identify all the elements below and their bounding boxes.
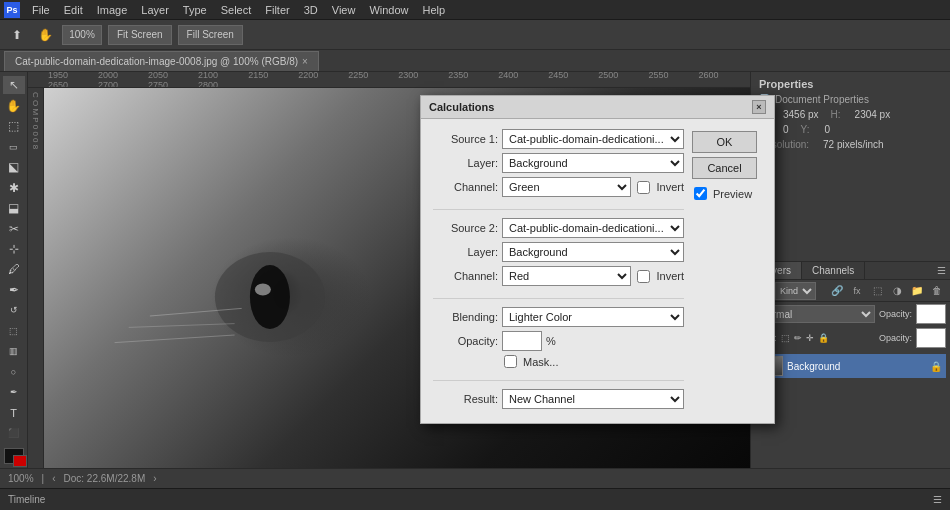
h-label: H:: [831, 109, 851, 120]
blending-label: Blending:: [433, 311, 498, 323]
layer1-label: Layer:: [433, 157, 498, 169]
layer-lock-icon: 🔒: [930, 361, 942, 372]
source2-select[interactable]: Cat-public-domain-dedicationi...: [502, 218, 684, 238]
timeline-collapse-icon[interactable]: ☰: [933, 494, 942, 505]
dodge-tool[interactable]: ○: [3, 363, 25, 381]
invert1-checkbox[interactable]: [637, 181, 650, 194]
zoom-level: 100%: [8, 473, 34, 484]
res-value: 72 pixels/inch: [823, 139, 884, 150]
clone-tool[interactable]: ✒: [3, 281, 25, 299]
zoom-input[interactable]: 100%: [62, 25, 102, 45]
opacity-dialog-input[interactable]: 100: [502, 331, 542, 351]
next-arrow[interactable]: ›: [153, 473, 156, 484]
source2-section: Source 2: Cat-public-domain-dedicationi.…: [433, 218, 684, 299]
shape-tool[interactable]: ⬛: [3, 424, 25, 442]
percent-label: %: [546, 335, 556, 347]
lock-all-icon[interactable]: 🔒: [818, 333, 829, 343]
eyedropper-tool[interactable]: ✂: [3, 219, 25, 237]
channel2-select[interactable]: Red Green Blue: [502, 266, 631, 286]
mask-checkbox[interactable]: [504, 355, 517, 368]
move-tool-icon[interactable]: ⬆: [6, 24, 28, 46]
healing-tool[interactable]: ⊹: [3, 240, 25, 258]
ok-button[interactable]: OK: [692, 131, 757, 153]
lasso-tool[interactable]: ⬕: [3, 158, 25, 176]
adjustment-icon[interactable]: ◑: [888, 283, 906, 299]
layer2-select[interactable]: Background: [502, 242, 684, 262]
menu-window[interactable]: Window: [363, 3, 414, 17]
cancel-button[interactable]: Cancel: [692, 157, 757, 179]
width-row: W: 3456 px H: 2304 px: [755, 107, 946, 122]
layer1-select[interactable]: Background: [502, 153, 684, 173]
ruler-horizontal: 1950200020502100215022002250230023502400…: [28, 72, 750, 88]
xy-row: X: 0 Y: 0: [755, 122, 946, 137]
background-layer-row[interactable]: Background 🔒: [755, 354, 946, 378]
status-separator: |: [42, 473, 45, 484]
blending-select[interactable]: Lighter Color Multiply Screen: [502, 307, 684, 327]
channels-tab[interactable]: Channels: [802, 262, 865, 279]
link-layers-icon[interactable]: 🔗: [828, 283, 846, 299]
hand-tool-icon[interactable]: ✋: [34, 24, 56, 46]
dialog-close-button[interactable]: ×: [752, 100, 766, 114]
invert2-checkbox[interactable]: [637, 270, 650, 283]
pen-tool[interactable]: ✒: [3, 383, 25, 401]
crop-tool[interactable]: ⬓: [3, 199, 25, 217]
menu-3d[interactable]: 3D: [298, 3, 324, 17]
group-icon[interactable]: 📁: [908, 283, 926, 299]
result-select[interactable]: New Channel New Document Selection: [502, 389, 684, 409]
menu-filter[interactable]: Filter: [259, 3, 295, 17]
menu-view[interactable]: View: [326, 3, 362, 17]
opacity-row: Opacity: 100 %: [433, 331, 684, 351]
opacity-input[interactable]: 100: [916, 304, 946, 324]
layer-kind-select[interactable]: Kind: [775, 282, 816, 300]
foreground-color[interactable]: [4, 448, 24, 463]
channel1-row: Channel: Green Red Blue Invert: [433, 177, 684, 197]
zoom-tool[interactable]: ⬚: [3, 117, 25, 135]
type-tool[interactable]: T: [3, 404, 25, 422]
hand-tool[interactable]: ✋: [3, 96, 25, 114]
gradient-tool[interactable]: ▥: [3, 342, 25, 360]
background-color[interactable]: [13, 455, 27, 467]
document-tab[interactable]: Cat-public-domain-dedication-image-0008.…: [4, 51, 319, 71]
dialog-title: Calculations: [429, 101, 494, 113]
menu-type[interactable]: Type: [177, 3, 213, 17]
magic-wand-tool[interactable]: ✱: [3, 178, 25, 196]
brush-tool[interactable]: 🖊: [3, 260, 25, 278]
menu-edit[interactable]: Edit: [58, 3, 89, 17]
menu-help[interactable]: Help: [417, 3, 452, 17]
layer-name: Background: [787, 361, 840, 372]
preview-checkbox[interactable]: [694, 187, 707, 200]
menu-layer[interactable]: Layer: [135, 3, 175, 17]
calculations-dialog[interactable]: Calculations × Source 1: Cat-public-doma…: [420, 95, 775, 424]
lock-controls: Lock: ⬚ ✏ ✛ 🔒 Opacity: 100: [751, 326, 950, 350]
svg-point-2: [255, 283, 271, 295]
trash-icon[interactable]: 🗑: [928, 283, 946, 299]
doc-size: Doc: 22.6M/22.8M: [64, 473, 146, 484]
channel1-select[interactable]: Green Red Blue: [502, 177, 631, 197]
left-toolbar: ↖ ✋ ⬚ ▭ ⬕ ✱ ⬓ ✂ ⊹ 🖊 ✒ ↺ ⬚ ▥ ○ ✒ T ⬛: [0, 72, 28, 468]
lock-paint-icon[interactable]: ✏: [794, 333, 802, 343]
lock-transparent-icon[interactable]: ⬚: [781, 333, 790, 343]
move-tool[interactable]: ↖: [3, 76, 25, 94]
fill-screen-button[interactable]: Fill Screen: [178, 25, 243, 45]
select-tool[interactable]: ▭: [3, 137, 25, 155]
layer2-row: Layer: Background: [433, 242, 684, 262]
timeline-label: Timeline: [8, 494, 45, 505]
fill-input[interactable]: 100: [916, 328, 946, 348]
layers-panel: Layers Channels ☰ ≡ Kind 🔗 fx ⬚ ◑ 📁 🗑: [751, 262, 950, 468]
menu-image[interactable]: Image: [91, 3, 134, 17]
menu-select[interactable]: Select: [215, 3, 258, 17]
eraser-tool[interactable]: ⬚: [3, 322, 25, 340]
fx-icon[interactable]: fx: [848, 283, 866, 299]
lock-position-icon[interactable]: ✛: [806, 333, 814, 343]
tab-close-button[interactable]: ×: [302, 56, 308, 67]
prev-arrow[interactable]: ‹: [52, 473, 55, 484]
source1-select[interactable]: Cat-public-domain-dedicationi...: [502, 129, 684, 149]
panel-menu-icon[interactable]: ☰: [932, 262, 950, 278]
menu-file[interactable]: File: [26, 3, 56, 17]
history-brush-tool[interactable]: ↺: [3, 301, 25, 319]
fit-screen-button[interactable]: Fit Screen: [108, 25, 172, 45]
properties-panel: Properties 📄 Document Properties W: 3456…: [751, 72, 950, 262]
mask-icon[interactable]: ⬚: [868, 283, 886, 299]
invert2-label: Invert: [656, 270, 684, 282]
source2-row: Source 2: Cat-public-domain-dedicationi.…: [433, 218, 684, 238]
